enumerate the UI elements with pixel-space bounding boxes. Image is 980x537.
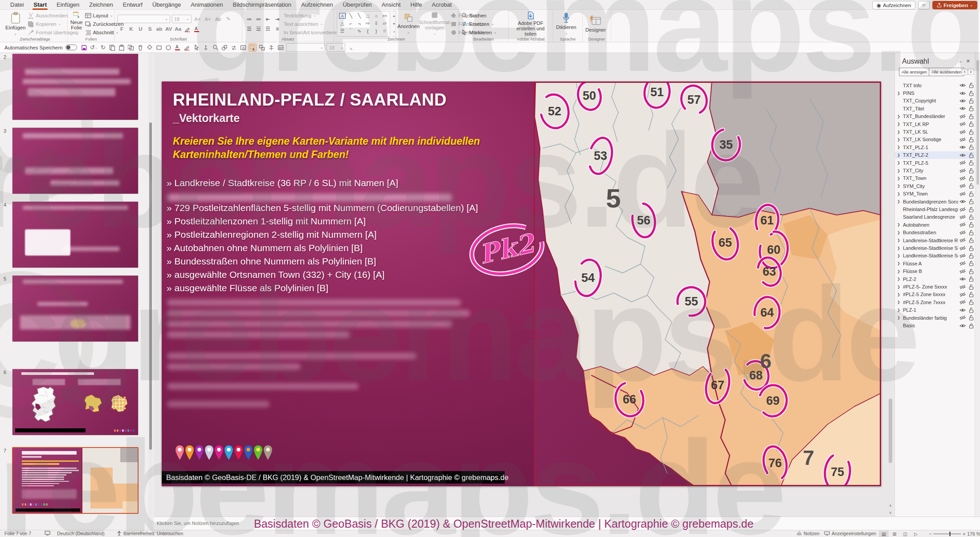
zoom-percent[interactable]: 176 % bbox=[967, 531, 980, 537]
expander-icon[interactable]: ❯ bbox=[895, 192, 900, 196]
layer-row-landkreise-stadtkreise-rp[interactable]: ❯Landkreise-Stadtkreise RP bbox=[895, 236, 975, 244]
select-object-icon[interactable] bbox=[249, 44, 257, 52]
qat-overflow-button[interactable]: ⌄̲ bbox=[347, 44, 355, 52]
display-settings-toggle[interactable]: Anzeigeeinstellungen bbox=[824, 531, 876, 536]
eye-hidden-icon[interactable] bbox=[958, 300, 967, 305]
layer-row--plz-5-zone-7xxxx[interactable]: ❯#PLZ-5 Zone 7xxxx bbox=[895, 298, 975, 306]
adobe-pdf-button[interactable]: Adobe PDF erstellen und teilen bbox=[511, 11, 550, 37]
eye-visible-icon[interactable] bbox=[958, 323, 967, 328]
menu-tab-überprüfen[interactable]: Überprüfen bbox=[338, 0, 377, 10]
strikethrough-button[interactable]: S bbox=[146, 25, 154, 33]
layer-row-rheinland-pfalz-landesgrenze[interactable]: Rheinland-Pfalz Landesgrenze bbox=[895, 205, 975, 213]
arrange-button[interactable]: Anordnen⌄ bbox=[398, 11, 419, 37]
eye-hidden-icon[interactable] bbox=[958, 285, 967, 289]
lock-open-icon[interactable] bbox=[967, 191, 975, 197]
font-size-combo[interactable]: 18⌄ bbox=[172, 15, 192, 23]
select-button[interactable]: Markieren⌄ bbox=[461, 29, 497, 36]
expander-icon[interactable]: ❯ bbox=[895, 293, 900, 297]
font-name-combo[interactable]: ⌄ bbox=[118, 15, 170, 23]
lock-closed-icon[interactable] bbox=[967, 323, 975, 329]
menu-tab-start[interactable]: Start bbox=[29, 0, 52, 10]
layer-row-fl-sse-a[interactable]: ❯Flüsse A bbox=[895, 260, 975, 267]
layer-row-landkreise-stadtkreise-sonstige[interactable]: ❯Landkreise-Stadtkreise Sonstige bbox=[895, 252, 975, 260]
expander-icon[interactable]: ❯ bbox=[895, 223, 900, 227]
lock-open-icon[interactable] bbox=[967, 268, 975, 274]
paste-button[interactable]: Einfügen⌄ bbox=[5, 11, 25, 37]
shape-option[interactable]: ╲ bbox=[355, 12, 363, 20]
expander-icon[interactable]: ❯ bbox=[895, 246, 900, 250]
previous-slide-button[interactable]: ∧ bbox=[887, 502, 894, 509]
shape-option[interactable]: ▱ bbox=[380, 20, 389, 27]
eye-visible-icon[interactable] bbox=[958, 106, 967, 111]
eye-hidden-icon[interactable] bbox=[958, 292, 967, 297]
expander-icon[interactable]: ❯ bbox=[895, 153, 900, 157]
layer-row-bundesl-nder-farbig[interactable]: ❯Bundesländer farbig bbox=[895, 314, 975, 321]
shapes-gallery-scroll[interactable]: ▲▼≡ bbox=[392, 11, 396, 37]
shape-option[interactable]: ☰ bbox=[338, 27, 347, 35]
shape-option[interactable]: } bbox=[372, 27, 380, 35]
shape-option[interactable]: { bbox=[363, 27, 372, 35]
expander-icon[interactable]: ❯ bbox=[895, 231, 900, 235]
align-center-button[interactable]: ☱ bbox=[254, 25, 263, 33]
shape-option[interactable]: ╲ bbox=[347, 12, 355, 20]
expander-icon[interactable]: ❯ bbox=[895, 145, 900, 149]
chevron-down-icon[interactable]: ⌄ bbox=[959, 58, 962, 63]
qat-font-combo[interactable]: ⌄ bbox=[286, 43, 325, 52]
save-icon[interactable] bbox=[80, 44, 88, 52]
eye-hidden-icon[interactable] bbox=[958, 114, 967, 119]
editor-scrollbar[interactable] bbox=[887, 53, 894, 517]
layer-row-txt-titel[interactable]: TXT_Titel bbox=[895, 105, 975, 112]
eye-visible-icon[interactable] bbox=[958, 83, 967, 88]
group-icon[interactable] bbox=[258, 44, 266, 52]
lock-open-icon[interactable] bbox=[967, 152, 975, 158]
align-objects-icon[interactable] bbox=[267, 44, 275, 52]
notes-toggle[interactable]: Notizen bbox=[796, 531, 820, 536]
lock-open-icon[interactable] bbox=[967, 137, 975, 142]
lock-open-icon[interactable] bbox=[967, 307, 975, 313]
expander-icon[interactable]: ❯ bbox=[895, 269, 900, 273]
layer-row-basis[interactable]: Basis bbox=[895, 321, 975, 329]
replace-button[interactable]: Ersetzen⌄ bbox=[461, 20, 497, 28]
layer-row-txt-plz-2[interactable]: ❯TXT_PLZ-2 bbox=[895, 151, 975, 159]
lock-open-icon[interactable] bbox=[967, 253, 975, 259]
expander-icon[interactable]: ❯ bbox=[895, 316, 900, 320]
expander-icon[interactable]: ❯ bbox=[895, 184, 900, 188]
expander-icon[interactable]: ❯ bbox=[895, 261, 900, 265]
slide-canvas[interactable]: RHEINLAND-PFALZ / SAARLAND _Vektorkarte … bbox=[162, 81, 881, 486]
quick-styles-button[interactable]: Schnellformat- vorlagen⌄ bbox=[421, 11, 449, 37]
lock-open-icon[interactable] bbox=[967, 129, 975, 135]
normal-view-button[interactable]: ▤ bbox=[879, 531, 889, 537]
lock-open-icon[interactable] bbox=[967, 315, 975, 321]
slideshow-button[interactable]: ▷ bbox=[911, 531, 921, 537]
lock-open-icon[interactable] bbox=[967, 144, 975, 150]
expander-icon[interactable]: ❯ bbox=[895, 130, 900, 134]
lock-open-icon[interactable] bbox=[967, 121, 975, 127]
layer-row-txt-lk-sonstige[interactable]: ❯TXT_LK Sonstige bbox=[895, 136, 975, 143]
zoom-in-button[interactable]: + bbox=[963, 531, 965, 537]
layer-row-txt-city[interactable]: ❯TXT_City bbox=[895, 167, 975, 174]
lock-open-icon[interactable] bbox=[967, 284, 975, 290]
layer-row-landkreise-stadtkreise-sl[interactable]: ❯Landkreise-Stadtkreise SL bbox=[895, 244, 975, 252]
expander-icon[interactable]: ❯ bbox=[895, 238, 900, 242]
justify-button[interactable]: ≡ bbox=[273, 25, 282, 33]
lock-open-icon[interactable] bbox=[967, 245, 975, 251]
zoom-out-button[interactable]: − bbox=[929, 531, 931, 537]
menu-tab-acrobat[interactable]: Acrobat bbox=[427, 0, 457, 10]
qat-size-combo[interactable]: 18⌄ bbox=[327, 43, 345, 52]
layer-row-saarland-landesgrenze[interactable]: Saarland Landesgrenze bbox=[895, 213, 975, 221]
close-icon[interactable]: ✕ bbox=[966, 58, 970, 64]
shape-effect-icon[interactable] bbox=[164, 44, 172, 52]
font-color-button[interactable]: A bbox=[192, 25, 201, 33]
layer-row-autobahnen[interactable]: ❯Autobahnen bbox=[895, 221, 975, 228]
lock-open-icon[interactable] bbox=[967, 175, 975, 181]
expander-icon[interactable]: ❯ bbox=[895, 176, 900, 180]
eye-hidden-icon[interactable] bbox=[958, 168, 967, 173]
autosave-toggle[interactable] bbox=[65, 45, 77, 50]
lock-open-icon[interactable] bbox=[967, 292, 975, 297]
bold-button[interactable]: F bbox=[118, 25, 126, 33]
slide-thumbnail-5[interactable] bbox=[12, 275, 139, 342]
numbering-button[interactable]: ≕ bbox=[254, 15, 263, 23]
lock-open-icon[interactable] bbox=[967, 82, 975, 88]
layer-row-sym-city[interactable]: ❯SYM_City bbox=[895, 182, 975, 190]
format-icon[interactable]: ✎ bbox=[224, 15, 233, 23]
